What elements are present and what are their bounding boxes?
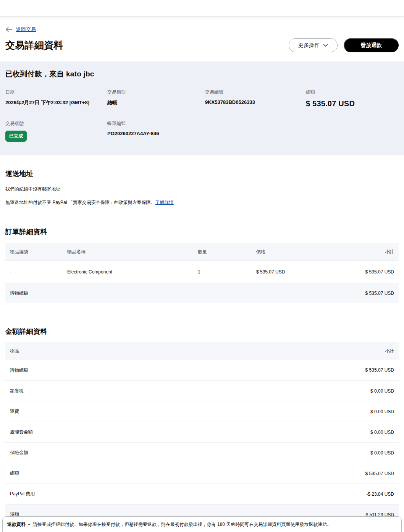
shipping-section-title: 運送地址: [5, 169, 399, 178]
total-row: 總額 $ 535.07 USD: [5, 463, 399, 483]
amount-row-label: 購物總額: [10, 367, 28, 374]
transaction-type-field: 交易類型 結帳: [107, 89, 205, 108]
list-item: 處理費金額 $ 0.00 USD: [5, 422, 399, 442]
col-item: 物品: [10, 348, 19, 354]
gross-amount-value: $ 535.07 USD: [306, 99, 399, 108]
shipping-address-section: 運送地址 我們的紀錄中沒有郵寄地址 無運送地址的付款不受 PayPal 「賣家交…: [0, 169, 404, 206]
amount-row-value: -$ 23.84 USD: [366, 492, 394, 497]
seller-protection-note: 無運送地址的付款不受 PayPal 「賣家交易安全保障」的政策與方案保障。: [5, 200, 155, 205]
page-header: 返回交易 交易詳細資料 更多操作 發放退款: [0, 17, 404, 52]
invoice-id-value: PO20260227A4AY-846: [107, 131, 205, 136]
date-value: 2026年2月27日 下午2:03:32 [GMT+8]: [5, 99, 107, 106]
order-details-table: 物品編號 物品名稱 數量 價格 小計 - Electronic Componen…: [5, 243, 399, 303]
paypal-fee-row: PayPal 費用 -$ 23.84 USD: [5, 483, 399, 504]
transaction-id-label: 交易編號: [205, 89, 306, 95]
amount-row-label: 處理費金額: [10, 429, 33, 435]
purchase-total-row: 購物總額 $ 535.07 USD: [5, 283, 399, 303]
amount-row-label: 保險金額: [10, 450, 28, 456]
list-item: 銷售稅 $ 0.00 USD: [5, 380, 399, 401]
order-section-title: 訂單詳細資料: [5, 227, 399, 236]
order-table-header: 物品編號 物品名稱 數量 價格 小計: [5, 243, 399, 260]
chevron-down-icon: [323, 43, 328, 48]
gross-amount-label: 總額: [306, 89, 399, 95]
order-details-section: 訂單詳細資料 物品編號 物品名稱 數量 價格 小計 - Electronic C…: [0, 227, 404, 303]
invoice-id-label: 帳單編號: [107, 120, 205, 127]
issue-refund-button[interactable]: 發放退款: [344, 38, 399, 52]
back-to-transactions-link[interactable]: 返回交易: [16, 26, 36, 33]
payment-summary-title: 已收到付款，來自 kato jbc: [5, 69, 399, 79]
amount-details-section: 金額詳細資料 物品 小計 購物總額 $ 535.07 USD 銷售稅 $ 0.0…: [0, 327, 404, 525]
list-item: 運費 $ 0.00 USD: [5, 401, 399, 422]
amount-row-value: $ 0.00 USD: [370, 450, 394, 456]
list-item: 保險金額 $ 0.00 USD: [5, 442, 399, 463]
date-field: 日期 2026年2月27日 下午2:03:32 [GMT+8]: [5, 89, 107, 108]
more-actions-label: 更多操作: [298, 42, 320, 49]
col-item-name: 物品名稱: [63, 249, 193, 255]
transaction-type-value: 結帳: [107, 99, 205, 106]
date-label: 日期: [5, 89, 107, 95]
table-row: - Electronic Component 1 $ 535.07 USD $ …: [5, 260, 399, 283]
status-badge: 已完成: [5, 131, 27, 142]
refund-info-title: 退款資料: [7, 522, 26, 527]
amount-table-header: 物品 小計: [5, 342, 399, 360]
amount-section-title: 金額詳細資料: [5, 327, 399, 336]
seller-protection-text: 無運送地址的付款不受 PayPal 「賣家交易安全保障」的政策與方案保障。了解詳…: [5, 199, 399, 206]
top-navigation-bar: [0, 0, 404, 17]
col-price: 價格: [252, 249, 338, 255]
no-address-text: 我們的紀錄中沒有郵寄地址: [5, 186, 399, 192]
amount-row-value: $ 0.00 USD: [370, 409, 394, 414]
transaction-id-field: 交易編號 9KX53783BD0526333: [205, 89, 306, 108]
col-subtotal: 小計: [338, 249, 399, 255]
purchase-total-value: $ 535.07 USD: [365, 291, 394, 296]
amount-details-table: 物品 小計 購物總額 $ 535.07 USD 銷售稅 $ 0.00 USD 運…: [5, 342, 399, 525]
learn-more-link[interactable]: 了解詳情: [155, 200, 174, 205]
invoice-id-field: 帳單編號 PO20260227A4AY-846: [107, 120, 205, 142]
amount-row-value: $ 0.00 USD: [370, 430, 394, 435]
col-subtotal: 小計: [385, 348, 394, 354]
refund-info-text: － 請接受或拒絕此付款。如果你現在接受付款，但稍後需要退款，則在最初付款發出後，…: [27, 522, 331, 527]
transaction-type-label: 交易類型: [107, 89, 205, 95]
more-actions-button[interactable]: 更多操作: [289, 38, 338, 52]
item-quantity-cell: 1: [193, 269, 252, 275]
list-item: 購物總額 $ 535.07 USD: [5, 360, 399, 380]
amount-row-value: $ 0.00 USD: [370, 388, 394, 394]
transaction-status-label: 交易狀態: [5, 120, 107, 127]
transaction-status-field: 交易狀態 已完成: [5, 120, 107, 142]
page-title: 交易詳細資料: [5, 39, 63, 52]
amount-row-value: $ 535.07 USD: [365, 471, 394, 476]
item-subtotal-cell: $ 535.07 USD: [338, 269, 399, 275]
col-item-id: 物品編號: [5, 249, 63, 255]
payment-summary-panel: 已收到付款，來自 kato jbc 日期 2026年2月27日 下午2:03:3…: [0, 61, 404, 155]
amount-row-value: $ 535.07 USD: [365, 367, 394, 373]
item-name-cell: Electronic Component: [63, 269, 193, 275]
item-id-cell: -: [5, 269, 63, 275]
back-arrow-icon[interactable]: [5, 26, 12, 33]
purchase-total-label: 購物總額: [10, 290, 28, 296]
amount-row-label: 運費: [10, 408, 19, 415]
gross-amount-field: 總額 $ 535.07 USD: [306, 89, 399, 108]
refund-info-banner: 退款資料 － 請接受或拒絕此付款。如果你現在接受付款，但稍後需要退款，則在最初付…: [2, 516, 402, 532]
col-quantity: 數量: [193, 249, 252, 255]
item-price-cell: $ 535.07 USD: [252, 269, 338, 275]
amount-row-label: 銷售稅: [10, 388, 24, 394]
amount-row-label: 總額: [10, 470, 19, 477]
transaction-id-value: 9KX53783BD0526333: [205, 99, 306, 105]
amount-row-label: PayPal 費用: [10, 491, 35, 497]
